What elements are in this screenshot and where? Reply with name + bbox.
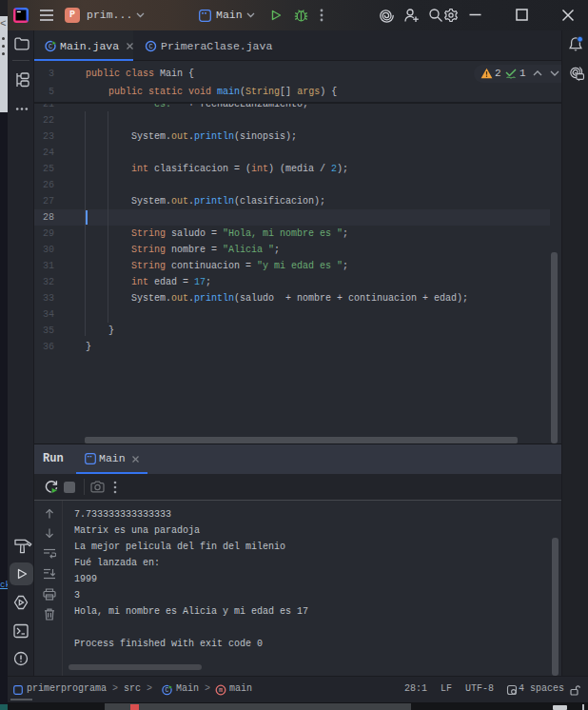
svg-text:C: C [166, 687, 169, 694]
svg-text:C: C [148, 43, 152, 50]
svg-text:C: C [49, 43, 52, 50]
svg-text:m: m [219, 687, 223, 694]
